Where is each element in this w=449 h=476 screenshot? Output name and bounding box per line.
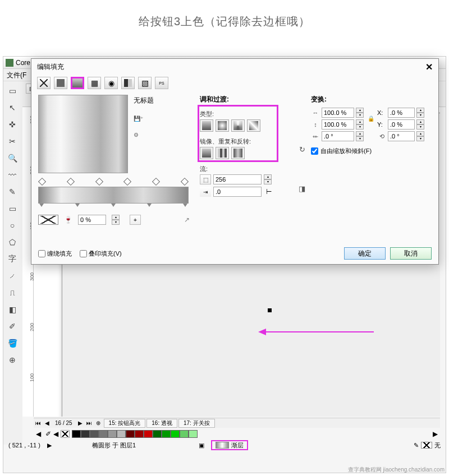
color-swatch[interactable]: [117, 430, 126, 438]
spin-down[interactable]: ▾: [356, 113, 364, 118]
free-scale-checkbox[interactable]: 自由缩放和倾斜(F): [311, 147, 429, 155]
color-swatch[interactable]: [81, 430, 90, 438]
palette-prev[interactable]: ◀: [53, 430, 58, 438]
outline-indicator[interactable]: ✎ 无: [414, 441, 441, 450]
height-input[interactable]: [322, 119, 354, 130]
color-swatch[interactable]: [108, 430, 117, 438]
gradient-midpoint[interactable]: [111, 204, 116, 209]
spin-down[interactable]: ▾: [356, 136, 364, 141]
gradient-stop[interactable]: [95, 178, 103, 186]
color-swatch[interactable]: [171, 430, 180, 438]
gradient-stop[interactable]: [123, 178, 131, 186]
page-first[interactable]: ⏮: [34, 420, 43, 426]
page-tab-15[interactable]: 15: 按钮高光: [104, 419, 146, 428]
repeat-btn[interactable]: [216, 147, 229, 159]
spin-up[interactable]: ▴: [356, 108, 364, 113]
freehand-tool[interactable]: 〰: [4, 168, 20, 182]
page-last[interactable]: ⏭: [85, 420, 94, 426]
zoom-plus[interactable]: ⊕: [4, 353, 20, 367]
color-swatch[interactable]: [126, 430, 135, 438]
color-swatch[interactable]: [153, 430, 162, 438]
pick-tool[interactable]: ▭: [4, 84, 20, 98]
gradient-midpoint[interactable]: [183, 204, 187, 209]
selection-handle[interactable]: [268, 308, 272, 312]
x-offset-input[interactable]: [388, 108, 415, 118]
flow-steps-input[interactable]: 256: [213, 174, 262, 184]
no-color-swatch[interactable]: [61, 430, 70, 438]
stop-color-swatch[interactable]: [38, 215, 58, 225]
gradient-editor[interactable]: [38, 177, 189, 209]
free-scale-check[interactable]: [311, 147, 318, 155]
spin-down[interactable]: ▾: [416, 136, 424, 141]
close-icon[interactable]: ✕: [425, 62, 433, 72]
default-repeat-btn[interactable]: [200, 147, 213, 159]
zoom-tool[interactable]: 🔍: [4, 151, 20, 165]
opacity-input[interactable]: 0 %: [78, 215, 106, 225]
page-tab-17[interactable]: 17: 开关按: [178, 419, 215, 428]
polygon-tool[interactable]: ⬠: [4, 235, 20, 249]
no-fill-tab[interactable]: [37, 77, 51, 89]
wrap-fill-checkbox[interactable]: 缠绕填充: [38, 249, 72, 258]
postscript-fill-tab[interactable]: [155, 77, 168, 89]
texture-fill-tab[interactable]: [138, 77, 152, 89]
spin-up[interactable]: ▴: [416, 119, 424, 124]
y-offset-input[interactable]: [388, 119, 415, 130]
color-swatch[interactable]: [180, 430, 189, 438]
fill-tool[interactable]: 🪣: [4, 336, 20, 350]
pattern-fill-tab[interactable]: [88, 77, 101, 89]
palette-scroll-left[interactable]: ◀: [34, 430, 43, 438]
color-swatch[interactable]: [72, 430, 81, 438]
edit-node-icon[interactable]: ↗: [184, 216, 190, 224]
square-gradient-btn[interactable]: [247, 119, 260, 132]
ok-button[interactable]: 确定: [344, 247, 386, 260]
edit-fill-icon[interactable]: ◨: [299, 184, 305, 193]
spin-down[interactable]: ▾: [112, 220, 120, 225]
color-swatch[interactable]: [135, 430, 144, 438]
fill-indicator[interactable]: 渐层: [211, 440, 248, 450]
gradient-midpoint[interactable]: [39, 204, 44, 209]
color-swatch[interactable]: [90, 430, 99, 438]
rectangle-tool[interactable]: ▭: [4, 201, 20, 216]
preset-settings-icon[interactable]: ⚙: [134, 132, 154, 138]
mirror-btn[interactable]: [231, 147, 245, 159]
cancel-button[interactable]: 取消: [390, 247, 432, 260]
spin-up[interactable]: ▴: [264, 174, 272, 179]
play-icon[interactable]: ▶: [47, 442, 52, 449]
accel-slider-icon[interactable]: ⊢: [266, 188, 272, 196]
spin-up[interactable]: ▴: [356, 119, 364, 124]
spin-up[interactable]: ▴: [356, 131, 364, 136]
page-next[interactable]: ▶: [76, 420, 85, 426]
crop-tool[interactable]: ✂: [4, 134, 20, 149]
menu-file[interactable]: 文件(F: [7, 71, 26, 79]
spin-up[interactable]: ▴: [416, 131, 424, 136]
effects-tool[interactable]: ◧: [4, 302, 20, 317]
fountain-fill-tab[interactable]: [71, 77, 84, 89]
conical-gradient-btn[interactable]: [231, 119, 245, 132]
position-input[interactable]: +: [130, 215, 141, 225]
rotate-input[interactable]: [388, 131, 415, 141]
gradient-midpoint[interactable]: [147, 204, 152, 209]
spin-up[interactable]: ▴: [112, 215, 120, 220]
page-add[interactable]: ⊕: [94, 420, 103, 426]
save-preset-icon[interactable]: 💾⁺: [134, 115, 154, 122]
reverse-gradient-icon[interactable]: ↻: [299, 145, 305, 154]
page-prev[interactable]: ◀: [43, 420, 52, 426]
pen-tool[interactable]: ✎: [4, 184, 20, 199]
spin-up[interactable]: ▴: [416, 108, 424, 113]
spin-down[interactable]: ▾: [416, 113, 424, 118]
gradient-stop[interactable]: [181, 178, 189, 186]
gradient-bar[interactable]: [38, 187, 189, 204]
lock-aspect-icon[interactable]: 🔒: [368, 115, 375, 122]
color-swatch[interactable]: [162, 430, 171, 438]
page-tab-16[interactable]: 16: 透视: [146, 419, 177, 428]
dialog-titlebar[interactable]: 编辑填充 ✕: [31, 59, 438, 75]
skew-input[interactable]: [322, 131, 354, 141]
align-icon[interactable]: ▣: [199, 442, 204, 449]
color-swatch[interactable]: [99, 430, 108, 438]
ellipse-tool[interactable]: ○: [4, 218, 20, 233]
connector-tool[interactable]: ⎍: [4, 285, 20, 300]
text-tool[interactable]: 字: [4, 252, 20, 266]
eyedropper-icon[interactable]: ✐: [43, 430, 53, 438]
accel-input[interactable]: .0: [213, 187, 262, 197]
shape-tool[interactable]: ✜: [4, 117, 20, 132]
